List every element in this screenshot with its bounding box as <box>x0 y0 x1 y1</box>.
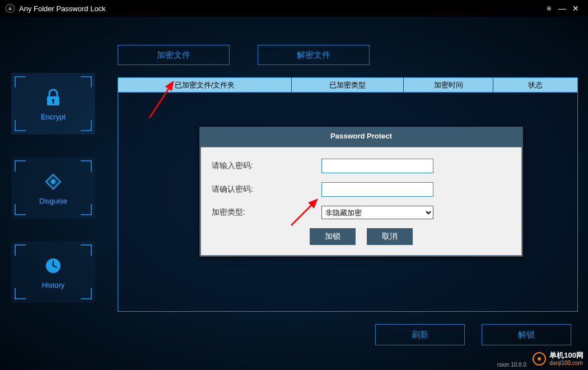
sidebar-item-encrypt[interactable]: Encrypt <box>11 73 95 135</box>
confirm-password-input[interactable] <box>321 182 433 197</box>
refresh-button[interactable]: 刷新 <box>375 324 465 345</box>
top-actions: 加密文件 解密文件 <box>118 45 370 65</box>
encrypt-type-label: 加密类型: <box>209 207 321 218</box>
cancel-button[interactable]: 取消 <box>367 228 413 245</box>
svg-rect-0 <box>9 8 12 10</box>
column-time: 加密时间 <box>404 78 493 92</box>
menu-button[interactable]: ≡ <box>542 4 556 13</box>
sidebar: Encrypt Disguise History <box>11 73 95 303</box>
minimize-button[interactable]: — <box>556 4 569 13</box>
sidebar-item-history[interactable]: History <box>11 241 95 303</box>
app-title: Any Folder Password Lock <box>19 4 106 13</box>
app-lock-icon <box>6 4 15 13</box>
encrypt-type-select[interactable]: 非隐藏加密 <box>321 206 433 219</box>
version-text: rsion 10.8.0 <box>497 362 526 368</box>
password-label: 请输入密码: <box>209 161 321 171</box>
column-status: 状态 <box>493 78 577 92</box>
password-input[interactable] <box>321 159 433 173</box>
dialog-title: Password Protect <box>199 127 523 146</box>
lock-button[interactable]: 加锁 <box>310 228 356 245</box>
column-file: 已加密文件/文件夹 <box>118 78 292 92</box>
close-button[interactable]: ✕ <box>569 4 582 13</box>
title-bar: Any Folder Password Lock ≡ — ✕ <box>0 0 588 17</box>
sidebar-item-disguise[interactable]: Disguise <box>11 157 95 219</box>
watermark: 单机100网 danji100.com <box>533 351 584 367</box>
encrypt-file-button[interactable]: 加密文件 <box>118 45 230 65</box>
column-type: 已加密类型 <box>292 78 404 92</box>
password-dialog: Password Protect 请输入密码: 请确认密码: 加密类型: 非隐藏… <box>199 126 524 257</box>
table-header: 已加密文件/文件夹 已加密类型 加密时间 状态 <box>118 78 577 92</box>
unlock-button[interactable]: 解锁 <box>482 324 571 345</box>
bottom-actions: 刷新 解锁 <box>375 324 571 345</box>
watermark-url: danji100.com <box>549 360 584 367</box>
watermark-icon <box>533 352 546 366</box>
watermark-title: 单机100网 <box>549 351 584 360</box>
decrypt-file-button[interactable]: 解密文件 <box>258 45 370 65</box>
confirm-password-label: 请确认密码: <box>209 184 321 195</box>
